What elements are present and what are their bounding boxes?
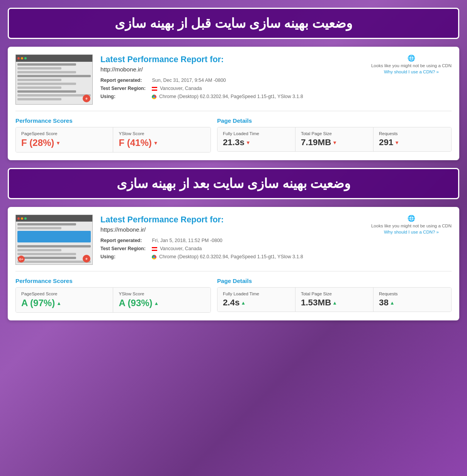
section2-report-header: G+ e Latest Performance Report for: http… xyxy=(15,215,452,271)
section1-report-header: e Latest Performance Report for: http://… xyxy=(15,54,452,111)
section1-yslow-arrow: ▼ xyxy=(153,140,158,146)
section2-generated-label: Report generated: xyxy=(100,237,151,245)
section2-scores-section: Performance Scores PageSpeed Score A (97… xyxy=(15,278,452,313)
section1-size-value: 7.19MB ▼ xyxy=(301,137,368,147)
section2-loaded-label: Fully Loaded Time xyxy=(223,291,290,296)
section2-requests-arrow: ▲ xyxy=(390,300,395,306)
section2-yslow-box: YSlow Score A (93%) ▲ xyxy=(113,288,210,312)
section2-report-meta: Report generated: Fri, Jan 5, 2018, 11:5… xyxy=(100,237,363,261)
section2-page-details-title: Page Details xyxy=(217,278,452,284)
mock-logo-1: e xyxy=(83,95,90,102)
canada-flag-1 xyxy=(152,87,157,91)
section2-report-card: G+ e Latest Performance Report for: http… xyxy=(8,207,459,320)
section2-pagespeed-arrow: ▲ xyxy=(56,300,61,306)
section1-report-info: Latest Performance Report for: http://mo… xyxy=(100,54,363,101)
section2-requests-value: 38 ▲ xyxy=(379,298,446,308)
section2-requests-box: Requests 38 ▲ xyxy=(374,288,451,312)
section1-cdn-text: Looks like you might not be using a CDN xyxy=(371,63,452,68)
section2-cdn-text: Looks like you might not be using a CDN xyxy=(371,224,452,228)
section1-report-card: e Latest Performance Report for: http://… xyxy=(8,47,459,160)
section1-using-label: Using: xyxy=(100,93,151,101)
section1-scores-grid: PageSpeed Score F (28%) ▼ YSlow Score F … xyxy=(15,127,211,152)
section2-size-box: Total Page Size 1.53MB ▲ xyxy=(295,288,374,312)
section1-loaded-label: Fully Loaded Time xyxy=(223,131,290,136)
section1-size-arrow: ▼ xyxy=(332,140,337,146)
section2-scores-grid: PageSpeed Score A (97%) ▲ YSlow Score A … xyxy=(15,287,211,313)
globe-icon-2: 🌐 xyxy=(408,215,415,222)
section1-generated-value: Sun, Dec 31, 2017, 9:54 AM -0800 xyxy=(152,78,226,83)
section1-loaded-box: Fully Loaded Time 21.3s ▼ xyxy=(217,127,295,151)
section2-loaded-box: Fully Loaded Time 2.4s ▲ xyxy=(217,288,295,312)
section1-size-label: Total Page Size xyxy=(301,131,368,136)
section1-scores-section: Performance Scores PageSpeed Score F (28… xyxy=(15,117,452,152)
globe-icon-1: 🌐 xyxy=(408,54,415,62)
section2-pagespeed-box: PageSpeed Score A (97%) ▲ xyxy=(16,288,113,312)
section1-pagespeed-value: F (28%) ▼ xyxy=(21,137,107,148)
section2-banner-text: وضعیت بهینه سازی سایت بعد از بهینه سازی xyxy=(18,176,449,191)
section1-report-url: http://mobone.ir/ xyxy=(100,66,363,73)
section2-pagespeed-label: PageSpeed Score xyxy=(21,291,107,296)
section2-performance-scores: Performance Scores PageSpeed Score A (97… xyxy=(15,278,211,313)
section1-size-box: Total Page Size 7.19MB ▼ xyxy=(295,127,374,151)
section1-performance-scores: Performance Scores PageSpeed Score F (28… xyxy=(15,117,211,152)
section1-yslow-value: F (41%) ▼ xyxy=(119,137,205,148)
section1-server-label: Test Server Region: xyxy=(100,85,151,93)
canada-flag-2 xyxy=(152,247,157,251)
section1-perf-scores-title: Performance Scores xyxy=(15,117,211,124)
section1-using-value: Chrome (Desktop) 62.0.3202.94, PageSpeed… xyxy=(159,94,303,99)
section2-generated-value: Fri, Jan 5, 2018, 11:52 PM -0800 xyxy=(152,238,222,243)
section2-using-value: Chrome (Desktop) 62.0.3202.94, PageSpeed… xyxy=(159,254,303,259)
mock-logo-2: G+ xyxy=(18,256,25,263)
section1-pagespeed-box: PageSpeed Score F (28%) ▼ xyxy=(16,127,113,152)
mock-logo-2b: e xyxy=(83,255,90,263)
section2-size-arrow: ▲ xyxy=(332,300,337,306)
section2-report-info: Latest Performance Report for: https://m… xyxy=(100,215,363,261)
section2-report-title: Latest Performance Report for: xyxy=(100,215,363,225)
section1-screenshot: e xyxy=(15,54,93,105)
section2-size-label: Total Page Size xyxy=(301,291,368,296)
section2-yslow-label: YSlow Score xyxy=(119,291,205,296)
section1-cdn-link[interactable]: Why should I use a CDN? » xyxy=(384,69,439,74)
section1-yslow-label: YSlow Score xyxy=(119,131,205,136)
section1-loaded-arrow: ▼ xyxy=(246,140,251,146)
section1-report-title: Latest Performance Report for: xyxy=(100,54,363,64)
section1-banner: وضعیت بهینه سازی سایت قبل از بهینه سازی xyxy=(8,8,459,39)
section2-page-details: Page Details Fully Loaded Time 2.4s ▲ To… xyxy=(217,278,452,313)
section2-cdn-link[interactable]: Why should I use a CDN? » xyxy=(384,230,439,234)
section1-loaded-value: 21.3s ▼ xyxy=(223,137,290,147)
section1-details-grid: Fully Loaded Time 21.3s ▼ Total Page Siz… xyxy=(217,127,452,152)
section2-loaded-value: 2.4s ▲ xyxy=(223,298,290,308)
section1-pagespeed-arrow: ▼ xyxy=(56,140,61,146)
section2-details-grid: Fully Loaded Time 2.4s ▲ Total Page Size… xyxy=(217,287,452,312)
section2-size-value: 1.53MB ▲ xyxy=(301,298,368,308)
section1-requests-value: 291 ▼ xyxy=(379,137,446,147)
section2-cdn-notice: 🌐 Looks like you might not be using a CD… xyxy=(371,215,452,234)
section1-generated-label: Report generated: xyxy=(100,76,151,85)
chrome-icon-1 xyxy=(152,95,156,99)
section1-pagespeed-label: PageSpeed Score xyxy=(21,131,107,136)
section2-screenshot: G+ e xyxy=(15,215,93,265)
section2-loaded-arrow: ▲ xyxy=(241,300,246,306)
section2-yslow-arrow: ▲ xyxy=(154,300,159,306)
section1-requests-arrow: ▼ xyxy=(394,140,399,146)
section1-server-value: Vancouver, Canada xyxy=(160,86,202,91)
section1-page-details: Page Details Fully Loaded Time 21.3s ▼ T… xyxy=(217,117,452,152)
section2-banner: وضعیت بهینه سازی سایت بعد از بهینه سازی xyxy=(8,168,459,199)
section1-yslow-box: YSlow Score F (41%) ▼ xyxy=(113,127,210,152)
section1-page-details-title: Page Details xyxy=(217,117,452,124)
section2-server-label: Test Server Region: xyxy=(100,245,151,253)
section2-requests-label: Requests xyxy=(379,291,446,296)
section1-requests-box: Requests 291 ▼ xyxy=(374,127,451,151)
section1-requests-label: Requests xyxy=(379,131,446,136)
section2-perf-scores-title: Performance Scores xyxy=(15,278,211,284)
chrome-icon-2 xyxy=(152,255,156,259)
section2-using-label: Using: xyxy=(100,253,151,261)
section2-pagespeed-value: A (97%) ▲ xyxy=(21,298,107,308)
section2-report-url: https://mobone.ir/ xyxy=(100,226,363,233)
section2-server-value: Vancouver, Canada xyxy=(160,246,202,251)
section1-report-meta: Report generated: Sun, Dec 31, 2017, 9:5… xyxy=(100,76,363,101)
section1-cdn-notice: 🌐 Looks like you might not be using a CD… xyxy=(371,54,452,74)
section1-banner-text: وضعیت بهینه سازی سایت قبل از بهینه سازی xyxy=(18,16,449,31)
section2-yslow-value: A (93%) ▲ xyxy=(119,298,205,308)
